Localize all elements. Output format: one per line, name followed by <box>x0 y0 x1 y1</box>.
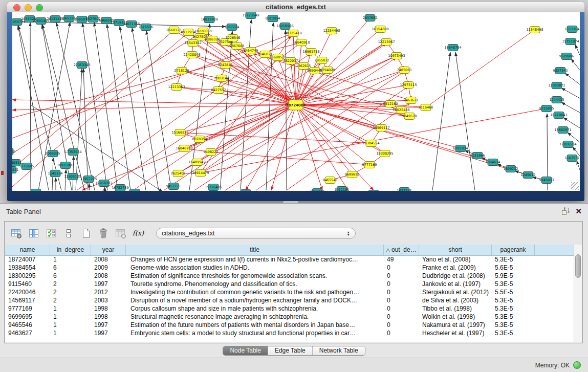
table-cell[interactable]: 1 <box>50 321 91 329</box>
graph-node[interactable]: 16640910 <box>293 39 310 46</box>
graph-node[interactable]: 8454749 <box>244 48 258 54</box>
column-header-short[interactable]: short <box>419 245 492 255</box>
graph-node[interactable]: 16033809 <box>201 16 217 23</box>
table-cell[interactable]: 5.3E-5 <box>492 321 535 329</box>
table-cell[interactable]: 22420046 <box>5 288 50 296</box>
graph-node[interactable]: 22420046 <box>183 52 200 58</box>
graph-node[interactable]: 9215955 <box>539 105 554 112</box>
minimize-window-button[interactable] <box>25 4 32 11</box>
graph-node[interactable]: 15123549 <box>242 12 259 19</box>
table-row[interactable]: 977716911998Corpus callosum shape and si… <box>5 304 574 313</box>
table-cell[interactable]: 5.3E-5 <box>492 304 535 313</box>
graph-node[interactable]: 7857224 <box>225 24 239 31</box>
graph-node[interactable]: 11548498 <box>526 27 543 33</box>
graph-node[interactable]: 1245012 <box>521 172 536 179</box>
table-cell[interactable]: 1997 <box>91 321 126 329</box>
table-cell[interactable]: 9465546 <box>5 321 50 329</box>
graph-node[interactable]: 9227343 <box>553 68 568 74</box>
graph-node[interactable]: 1111304 <box>565 26 580 33</box>
resize-grip-icon[interactable] <box>571 182 579 190</box>
table-cell[interactable]: 2 <box>50 280 91 288</box>
graph-node[interactable]: 9849578 <box>402 113 417 120</box>
network-canvas[interactable]: 1832541916640910169617587955812679402898… <box>12 12 580 191</box>
table-cell[interactable]: 6 <box>50 264 91 272</box>
graph-node[interactable]: 14569117 <box>373 125 389 132</box>
column-header-title[interactable]: title <box>126 245 384 255</box>
graph-node[interactable]: 12213967 <box>378 39 395 46</box>
graph-node[interactable]: 1527602 <box>86 16 101 23</box>
graph-node[interactable]: 8878354 <box>192 136 207 143</box>
graph-node[interactable]: 7955812 <box>315 57 330 64</box>
table-row[interactable]: 2242004622012Investigating the contribut… <box>5 288 574 296</box>
table-cell[interactable]: 2009 <box>91 264 126 272</box>
float-panel-icon[interactable] <box>560 206 570 216</box>
graph-node[interactable]: 8123054 <box>366 190 381 191</box>
table-cell[interactable]: 2008 <box>91 272 126 280</box>
graph-node[interactable]: 8912954 <box>181 29 196 36</box>
table-cell[interactable]: 9777169 <box>5 304 50 313</box>
graph-node[interactable]: 14671355 <box>123 21 140 28</box>
table-cell[interactable]: 0 <box>384 288 419 296</box>
graph-node[interactable]: 12093872 <box>548 82 565 89</box>
graph-node[interactable]: 1115685 <box>19 163 34 170</box>
table-cell[interactable]: 5.9E-5 <box>492 272 535 280</box>
graph-node[interactable]: 1167537 <box>565 155 580 162</box>
table-cell[interactable]: Dudbridge et al. (2008) <box>419 272 492 280</box>
table-cell[interactable]: 1998 <box>91 313 126 321</box>
table-cell[interactable]: Structural magnetic resonance image aver… <box>126 313 384 321</box>
table-row[interactable]: 969969511998Structural magnetic resonanc… <box>5 313 574 321</box>
graph-node[interactable]: 9498222 <box>204 149 219 156</box>
graph-node[interactable]: 16046788 <box>176 145 192 152</box>
graph-node[interactable]: 17957225 <box>80 176 97 183</box>
table-cell[interactable]: Genome-wide association studies in ADHD. <box>126 264 384 272</box>
select-columns-icon[interactable] <box>45 227 58 240</box>
graph-node[interactable]: 1699212 <box>504 166 518 172</box>
graph-hub-node[interactable]: 18724007 <box>286 100 306 110</box>
table-cell[interactable]: 9115460 <box>5 280 50 288</box>
function-builder-icon[interactable]: f(x) <box>132 227 145 240</box>
graph-node[interactable]: 9890448 <box>308 68 322 74</box>
graph-node[interactable]: 2837682 <box>363 15 378 21</box>
column-header-out-de[interactable]: △out_de… <box>384 245 419 255</box>
graph-node[interactable]: 12213363 <box>168 84 185 91</box>
table-cell[interactable]: Corpus callosum shape and size in male p… <box>126 304 384 313</box>
show-columns-icon[interactable] <box>27 227 40 240</box>
zoom-window-button[interactable] <box>36 4 43 11</box>
close-window-button[interactable] <box>13 4 20 11</box>
table-cell[interactable]: 2 <box>50 288 91 296</box>
row-height-icon[interactable] <box>62 227 75 240</box>
graph-node[interactable]: 12254498 <box>323 28 340 34</box>
table-cell[interactable]: 0 <box>384 280 419 288</box>
table-cell[interactable]: 18724007 <box>5 255 50 264</box>
graph-node[interactable]: 9121966 <box>470 152 485 159</box>
graph-node[interactable]: 12905135 <box>64 173 81 180</box>
create-table-icon[interactable] <box>79 227 93 240</box>
graph-node[interactable]: 16154808 <box>372 26 388 33</box>
graph-node[interactable]: 9115460 <box>419 104 433 111</box>
graph-node[interactable]: 9242848 <box>218 62 233 69</box>
table-cell[interactable]: de Silva et al. (2003) <box>419 296 492 304</box>
scrollbar-thumb[interactable] <box>575 254 581 278</box>
table-cell[interactable]: Jankovic et al. (1997) <box>419 280 492 288</box>
table-cell[interactable]: 2008 <box>91 255 126 264</box>
delete-table-icon[interactable] <box>114 227 127 240</box>
graph-node[interactable]: 9512160 <box>383 101 398 107</box>
table-cell[interactable]: 1 <box>50 255 91 264</box>
table-cell[interactable]: Estimation of significance thresholds fo… <box>126 272 384 280</box>
column-header-name[interactable]: name <box>5 245 50 255</box>
graph-node[interactable]: 16210643 <box>550 112 567 119</box>
graph-node[interactable]: 2606535 <box>12 148 15 155</box>
graph-node[interactable]: 7615526 <box>139 24 154 31</box>
graph-node[interactable]: 1094614 <box>486 159 500 166</box>
graph-node[interactable]: 9245033 <box>539 177 554 184</box>
graph-node[interactable]: 12975115 <box>400 82 417 89</box>
table-cell[interactable]: Tourette syndrome. Phenomenology and cla… <box>126 280 384 288</box>
table-cell[interactable]: Franke et al. (2009) <box>419 264 492 272</box>
graph-node[interactable]: 15692971 <box>554 127 571 134</box>
graph-node[interactable]: 15751074 <box>562 38 579 45</box>
window-titlebar[interactable]: citations_edges.txt <box>7 2 584 13</box>
table-cell[interactable]: Embryonic stem cells: a model to study s… <box>126 329 384 337</box>
table-selector-dropdown[interactable]: citations_edges.txt ▲▼ <box>156 228 356 239</box>
table-cell[interactable]: 2003 <box>91 296 126 304</box>
table-cell[interactable]: Tibbo et al. (1998) <box>419 304 492 313</box>
